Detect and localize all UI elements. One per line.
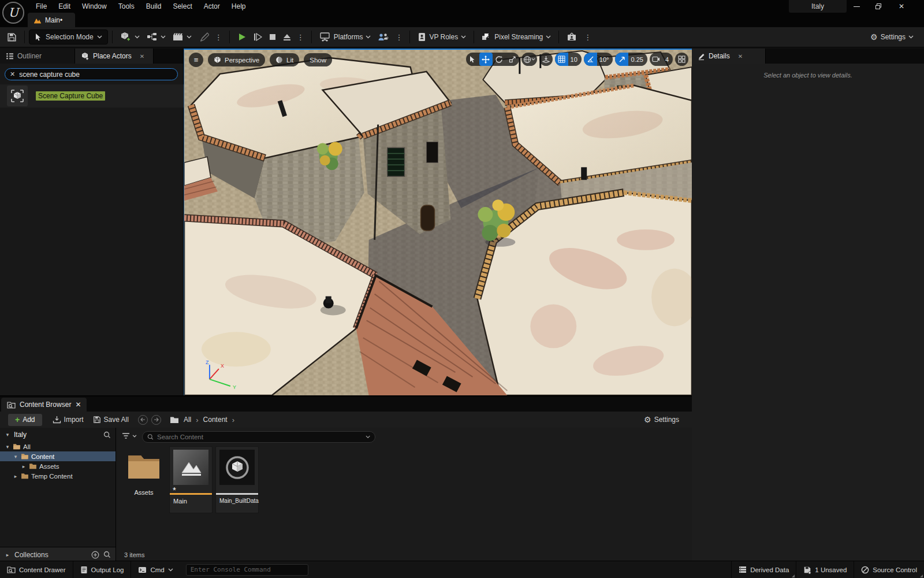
close-button[interactable]: ✕ — [892, 0, 911, 13]
selection-mode-dropdown[interactable]: Selection Mode — [29, 29, 108, 45]
menu-help[interactable]: Help — [226, 0, 252, 13]
import-button[interactable]: Import — [48, 416, 88, 424]
eject-icon — [283, 34, 291, 41]
scale-snap-control[interactable]: 0.25 — [615, 53, 647, 66]
asset-tile-main-builtdata[interactable]: Main_BuiltData — [215, 446, 259, 513]
scale-tool-button[interactable] — [506, 53, 519, 66]
stream-capture-button[interactable] — [563, 29, 582, 45]
window-title: Italy — [789, 0, 847, 13]
source-selector[interactable]: ▾ Italy — [0, 428, 116, 442]
derived-data-button[interactable]: Derived Data — [731, 561, 796, 578]
back-button[interactable] — [138, 415, 148, 425]
grid-snap-control[interactable]: 10 — [555, 53, 582, 66]
menu-actor[interactable]: Actor — [198, 0, 226, 13]
search-icon[interactable] — [103, 431, 111, 439]
minimize-button[interactable] — [847, 0, 866, 13]
tree-item-temp-content[interactable]: ▸ Temp Content — [0, 471, 116, 481]
minimize-icon — [854, 6, 860, 7]
perspective-dropdown[interactable]: Perspective — [208, 53, 265, 66]
search-result-row[interactable]: Scene Capture Cube — [0, 84, 184, 108]
menu-build[interactable]: Build — [140, 0, 167, 13]
toolbar-overflow-dots[interactable]: ⋮ — [213, 33, 225, 42]
maximize-viewport-button[interactable] — [675, 53, 688, 66]
menu-select[interactable]: Select — [167, 0, 198, 13]
vp-roles-dropdown[interactable]: VP Roles — [414, 29, 470, 45]
platforms-dropdown[interactable]: Platforms — [316, 29, 375, 45]
grid-snap-value[interactable]: 10 — [568, 56, 582, 63]
content-browser-settings-button[interactable]: ⚙ Settings — [639, 416, 684, 424]
unsaved-button[interactable]: 1 Unsaved — [796, 561, 854, 578]
tree-item-assets[interactable]: ▸ Assets — [0, 461, 116, 471]
asset-tile-assets-folder[interactable]: Assets — [122, 447, 166, 496]
search-icon[interactable] — [103, 551, 111, 558]
close-tab-icon[interactable]: ✕ — [140, 53, 144, 60]
source-control-button[interactable]: Source Control — [854, 561, 924, 578]
tab-outliner[interactable]: Outliner — [0, 49, 75, 64]
tree-item-content[interactable]: ▾ Content — [0, 451, 116, 461]
select-tool-button[interactable] — [466, 53, 479, 66]
scale-snap-value[interactable]: 0.25 — [628, 56, 647, 63]
rotation-snap-control[interactable]: 10° — [584, 53, 613, 66]
coordinate-system-button[interactable] — [521, 53, 537, 66]
save-button[interactable] — [3, 29, 20, 45]
close-tab-icon[interactable]: ✕ — [738, 53, 743, 60]
add-collection-icon[interactable] — [91, 551, 99, 559]
menu-file[interactable]: File — [30, 0, 53, 13]
multi-user-dots[interactable]: ⋮ — [393, 33, 405, 42]
breadcrumb-all[interactable]: All — [182, 416, 192, 424]
console-command-input[interactable] — [191, 566, 304, 573]
filter-button[interactable] — [122, 432, 137, 440]
tree-item-all[interactable]: ▾ All — [0, 442, 116, 451]
stream-options-dots[interactable]: ⋮ — [582, 33, 594, 42]
menu-tools[interactable]: Tools — [113, 0, 140, 13]
tab-content-browser[interactable]: Content Browser ✕ — [1, 398, 87, 412]
place-actors-search-input[interactable] — [19, 71, 173, 79]
asset-tile-main[interactable]: * Main — [169, 446, 213, 513]
toolbar-divider — [409, 31, 410, 43]
console-command-field[interactable] — [186, 564, 308, 576]
move-tool-button[interactable] — [479, 53, 493, 66]
collections-section[interactable]: ▸ Collections — [0, 547, 116, 562]
content-search-input[interactable] — [157, 433, 362, 440]
save-all-button[interactable]: Save All — [88, 416, 133, 424]
camera-speed-control[interactable]: 4 — [650, 53, 673, 66]
tab-details[interactable]: Details ✕ — [692, 49, 766, 64]
multi-user-button[interactable] — [374, 29, 393, 45]
lit-dropdown[interactable]: Lit — [270, 53, 299, 66]
surface-snapping-button[interactable] — [539, 53, 553, 66]
clear-search-icon[interactable]: ✕ — [10, 71, 15, 78]
breadcrumb-content[interactable]: Content — [202, 416, 229, 424]
forward-button[interactable] — [151, 415, 161, 425]
maximize-button[interactable] — [869, 0, 888, 13]
skip-frame-button[interactable] — [250, 29, 266, 45]
tab-place-actors[interactable]: Place Actors ✕ — [75, 49, 154, 64]
place-actors-search[interactable]: ✕ — [5, 68, 178, 80]
blueprints-button[interactable] — [143, 29, 169, 45]
cinematics-button[interactable] — [169, 29, 195, 45]
camera-speed-value[interactable]: 4 — [663, 56, 673, 63]
close-tab-icon[interactable]: ✕ — [75, 401, 81, 409]
editor-modes-button[interactable] — [195, 29, 213, 45]
play-button[interactable] — [234, 29, 250, 45]
viewport-options-button[interactable]: ≡ — [189, 53, 203, 67]
play-options-dots[interactable]: ⋮ — [295, 33, 307, 42]
cmd-dropdown[interactable]: Cmd — [131, 561, 180, 578]
eject-button[interactable] — [280, 29, 295, 45]
content-drawer-button[interactable]: Content Drawer — [0, 561, 73, 578]
output-log-button[interactable]: Output Log — [73, 561, 132, 578]
level-viewport[interactable]: X Y Z ≡ Perspective Lit Show — [184, 49, 692, 395]
show-dropdown[interactable]: Show — [304, 53, 332, 66]
rotate-tool-button[interactable] — [493, 53, 506, 66]
content-search[interactable] — [142, 431, 375, 443]
menu-edit[interactable]: Edit — [53, 0, 76, 13]
level-tab-main[interactable]: Main• — [28, 13, 75, 27]
caret-right-icon: ▸ — [5, 552, 10, 558]
add-actor-button[interactable] — [117, 29, 143, 45]
unreal-logo-icon[interactable]: U — [2, 2, 24, 24]
editor-settings-dropdown[interactable]: ⚙ Settings — [867, 29, 917, 45]
stop-button[interactable] — [266, 29, 280, 45]
add-button[interactable]: + Add — [8, 414, 42, 426]
menu-window[interactable]: Window — [76, 0, 113, 13]
pixel-streaming-dropdown[interactable]: Pixel Streaming — [478, 29, 554, 45]
rotation-snap-value[interactable]: 10° — [597, 56, 613, 63]
